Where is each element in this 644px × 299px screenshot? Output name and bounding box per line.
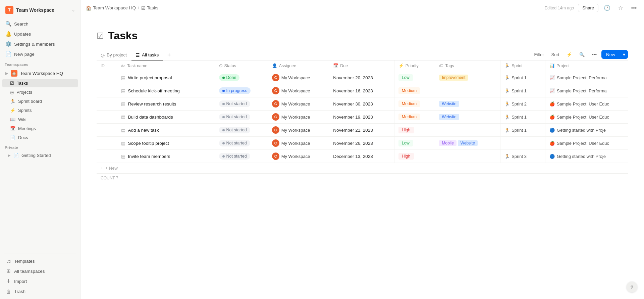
sidebar-item-new-page[interactable]: 📄 New page — [2, 49, 78, 59]
row-priority[interactable]: Medium — [394, 111, 435, 124]
row-sprint[interactable] — [500, 137, 545, 150]
more-icon-btn[interactable]: ••• — [589, 51, 599, 58]
sort-button[interactable]: Sort — [548, 51, 562, 58]
row-task[interactable]: ▤ Scope tooltip project — [117, 137, 215, 150]
table-row[interactable]: ▤ Schedule kick-off meeting In progress … — [97, 84, 628, 97]
table-row[interactable]: ▤ Review research results Not started C … — [97, 97, 628, 111]
more-icon-btn[interactable]: ••• — [629, 3, 639, 13]
row-priority[interactable]: High — [394, 124, 435, 137]
col-header-priority[interactable]: ⚡Priority — [394, 60, 435, 71]
help-button[interactable]: ? — [627, 282, 637, 292]
row-sprint[interactable]: 🏃Sprint 3 — [500, 150, 545, 163]
bolt-icon-btn[interactable]: ⚡ — [564, 51, 575, 58]
row-status[interactable]: Not started — [215, 111, 268, 124]
row-task[interactable]: ▤ Add a new task — [117, 124, 215, 137]
row-task[interactable]: ▤ Schedule kick-off meeting — [117, 84, 215, 97]
table-row[interactable]: ▤ Build data dashboards Not started C My… — [97, 111, 628, 124]
share-button[interactable]: Share — [578, 4, 598, 12]
row-project[interactable]: 🔵 Getting started with Proje — [545, 150, 628, 163]
row-status[interactable]: Not started — [215, 137, 268, 150]
row-priority[interactable]: Low — [394, 137, 435, 150]
row-assignee[interactable]: C My Workspace — [268, 150, 329, 163]
row-due[interactable]: November 26, 2023 — [329, 137, 394, 150]
col-header-due[interactable]: 📅Due — [329, 60, 394, 71]
sidebar-item-templates[interactable]: 🗂 Templates — [2, 256, 78, 266]
row-due[interactable]: November 21, 2023 — [329, 124, 394, 137]
row-tags[interactable] — [435, 124, 500, 137]
sidebar-item-sprints[interactable]: ⚡ Sprints — [2, 106, 78, 115]
workspace-header[interactable]: T Team Workspace ⌄ — [3, 4, 77, 16]
col-header-assignee[interactable]: 👤Assignee — [268, 60, 329, 71]
breadcrumb-tasks[interactable]: ☑ Tasks — [141, 5, 159, 11]
tab-all-tasks[interactable]: ☰ All tasks — [131, 50, 163, 60]
row-task[interactable]: ▤ Build data dashboards — [117, 111, 215, 124]
row-priority[interactable]: High — [394, 150, 435, 163]
row-status[interactable]: Not started — [215, 97, 268, 111]
col-header-status[interactable]: ⊙Status — [215, 60, 268, 71]
row-due[interactable]: November 30, 2023 — [329, 97, 394, 111]
sidebar-item-projects[interactable]: ◎ Projects — [2, 88, 78, 96]
table-row[interactable]: ▤ Invite team members Not started C My W… — [97, 150, 628, 163]
row-task[interactable]: ▤ Write project proposal — [117, 71, 215, 84]
table-row[interactable]: ▤ Write project proposal Done C My Works… — [97, 71, 628, 84]
add-tab-button[interactable]: + — [165, 51, 173, 59]
search-icon-btn[interactable]: 🔍 — [577, 51, 587, 58]
teamspace-header[interactable]: ▶ 🏠 Team Workspace HQ — [2, 68, 78, 78]
star-icon-btn[interactable]: ☆ — [616, 3, 625, 13]
row-due[interactable]: November 16, 2023 — [329, 84, 394, 97]
row-assignee[interactable]: C My Workspace — [268, 84, 329, 97]
col-header-tags[interactable]: 🏷Tags — [435, 60, 500, 71]
sidebar-item-trash[interactable]: 🗑 Trash — [2, 287, 78, 296]
row-due[interactable]: November 19, 2023 — [329, 111, 394, 124]
row-project[interactable]: 🍎 Sample Project: User Educ — [545, 137, 628, 150]
sidebar-item-import[interactable]: ⬇ Import — [2, 276, 78, 286]
row-status[interactable]: In progress — [215, 84, 268, 97]
row-due[interactable]: November 20, 2023 — [329, 71, 394, 84]
col-header-id[interactable]: ID — [97, 60, 117, 71]
new-button[interactable]: New — [601, 50, 620, 59]
sidebar-item-updates[interactable]: 🔔 Updates — [2, 29, 78, 39]
tab-by-project[interactable]: ◎ By project — [97, 50, 131, 60]
row-assignee[interactable]: C My Workspace — [268, 124, 329, 137]
row-project[interactable]: 🔵 Getting started with Proje — [545, 124, 628, 137]
sidebar-item-getting-started[interactable]: ▶ 📄 Getting Started — [2, 151, 78, 160]
row-project[interactable]: 🍎 Sample Project: User Educ — [545, 111, 628, 124]
row-sprint[interactable]: 🏃Sprint 1 — [500, 111, 545, 124]
breadcrumb-teamspace[interactable]: 🏠 Team Workspace HQ — [86, 5, 136, 11]
row-tags[interactable]: Website — [435, 111, 500, 124]
row-project[interactable]: 🍎 Sample Project: User Educ — [545, 97, 628, 111]
table-row[interactable]: ▤ Add a new task Not started C My Worksp… — [97, 124, 628, 137]
sidebar-item-all-teamspaces[interactable]: ⊞ All teamspaces — [2, 266, 78, 276]
row-priority[interactable]: Low — [394, 71, 435, 84]
row-sprint[interactable]: 🏃Sprint 2 — [500, 97, 545, 111]
new-button-dropdown[interactable]: ▾ — [620, 50, 628, 59]
row-tags[interactable]: MobileWebsite — [435, 137, 500, 150]
row-tags[interactable] — [435, 84, 500, 97]
row-project[interactable]: 📈 Sample Project: Performa — [545, 71, 628, 84]
col-header-taskname[interactable]: AaTask name — [117, 60, 215, 71]
sidebar-item-meetings[interactable]: 📅 Meetings — [2, 124, 78, 133]
row-sprint[interactable]: 🏃Sprint 1 — [500, 124, 545, 137]
row-tags[interactable]: Website — [435, 97, 500, 111]
col-header-sprint[interactable]: 🏃Sprint — [500, 60, 545, 71]
row-status[interactable]: Not started — [215, 124, 268, 137]
sidebar-item-docs[interactable]: 📄 Docs — [2, 133, 78, 142]
row-tags[interactable]: Improvement — [435, 71, 500, 84]
add-new-row[interactable]: + + New — [97, 163, 628, 173]
sidebar-item-sprint-board[interactable]: 🏃 Sprint board — [2, 97, 78, 105]
row-priority[interactable]: Medium — [394, 97, 435, 111]
row-sprint[interactable]: 🏃Sprint 1 — [500, 71, 545, 84]
filter-button[interactable]: Filter — [532, 51, 547, 58]
sidebar-item-search[interactable]: 🔍 Search — [2, 19, 78, 29]
row-due[interactable]: December 13, 2023 — [329, 150, 394, 163]
row-assignee[interactable]: C My Workspace — [268, 71, 329, 84]
row-status[interactable]: Done — [215, 71, 268, 84]
row-task[interactable]: ▤ Review research results — [117, 97, 215, 111]
col-header-project[interactable]: 📊Project — [545, 60, 628, 71]
row-tags[interactable] — [435, 150, 500, 163]
row-status[interactable]: Not started — [215, 150, 268, 163]
row-project[interactable]: 📈 Sample Project: Performa — [545, 84, 628, 97]
sidebar-item-tasks[interactable]: ☑ Tasks — [2, 79, 78, 87]
row-sprint[interactable]: 🏃Sprint 1 — [500, 84, 545, 97]
row-assignee[interactable]: C My Workspace — [268, 97, 329, 111]
